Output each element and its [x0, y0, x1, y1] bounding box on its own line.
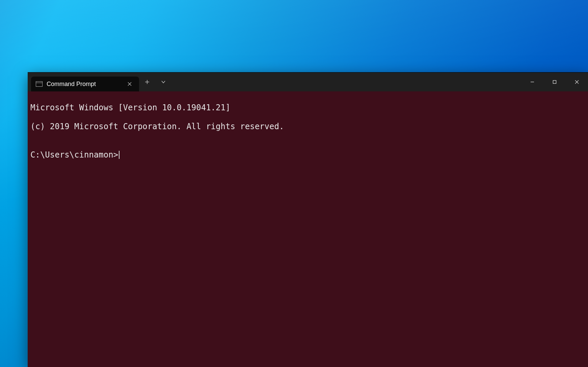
- chevron-down-icon: [161, 80, 166, 84]
- window-titlebar[interactable]: Command Prompt: [28, 73, 588, 91]
- terminal-prompt: C:\Users\cinnamon>: [30, 150, 118, 160]
- terminal-window: Command Prompt: [28, 72, 588, 367]
- tab-close-button[interactable]: [125, 79, 134, 89]
- desktop-wallpaper: Command Prompt: [0, 0, 588, 367]
- new-tab-button[interactable]: [139, 73, 155, 91]
- close-icon: [574, 80, 579, 84]
- maximize-button[interactable]: [543, 73, 566, 91]
- svg-rect-5: [553, 81, 556, 84]
- window-controls: [521, 73, 588, 91]
- titlebar-drag-region[interactable]: [171, 73, 521, 91]
- terminal-line: Microsoft Windows [Version 10.0.19041.21…: [30, 103, 585, 112]
- terminal-prompt-line: C:\Users\cinnamon>: [30, 150, 585, 160]
- terminal-line: (c) 2019 Microsoft Corporation. All righ…: [30, 122, 585, 131]
- plus-icon: [145, 80, 150, 84]
- minimize-icon: [530, 80, 535, 84]
- close-icon: [128, 82, 132, 86]
- window-close-button[interactable]: [566, 73, 588, 91]
- tab-dropdown-button[interactable]: [155, 73, 171, 91]
- command-prompt-icon: [36, 81, 43, 87]
- text-cursor: [119, 151, 119, 159]
- tab-command-prompt[interactable]: Command Prompt: [31, 77, 139, 91]
- terminal-output[interactable]: Microsoft Windows [Version 10.0.19041.21…: [28, 91, 588, 367]
- tab-strip: Command Prompt: [28, 73, 139, 91]
- maximize-icon: [552, 80, 557, 84]
- tab-title: Command Prompt: [47, 81, 96, 88]
- minimize-button[interactable]: [521, 73, 543, 91]
